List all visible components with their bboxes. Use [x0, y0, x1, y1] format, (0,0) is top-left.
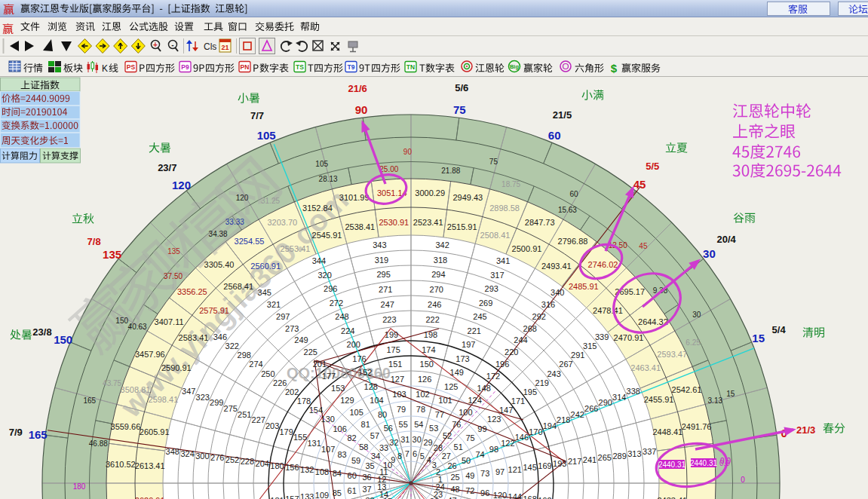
svg-text:145: 145 — [523, 463, 536, 472]
svg-text:198: 198 — [424, 330, 437, 339]
svg-text:172: 172 — [486, 372, 500, 381]
svg-text:6.25: 6.25 — [686, 338, 701, 347]
svg-text:47: 47 — [447, 496, 456, 499]
svg-text:2560.91: 2560.91 — [250, 262, 281, 271]
svg-text:155: 155 — [293, 433, 307, 442]
svg-text:249: 249 — [294, 335, 308, 344]
svg-text:72: 72 — [465, 486, 474, 495]
svg-text:152: 152 — [358, 368, 372, 377]
svg-text:181: 181 — [270, 496, 284, 499]
svg-text:60: 60 — [569, 190, 578, 198]
svg-text:85: 85 — [333, 488, 342, 497]
svg-text:43.75: 43.75 — [103, 379, 121, 387]
svg-text:58: 58 — [359, 442, 368, 452]
svg-text:147: 147 — [499, 406, 513, 415]
svg-text:300: 300 — [195, 452, 209, 461]
svg-text:290: 290 — [599, 398, 612, 407]
svg-text:33.33: 33.33 — [225, 218, 244, 226]
svg-text:21.88: 21.88 — [441, 167, 460, 175]
svg-text:219: 219 — [535, 378, 549, 387]
svg-text:273: 273 — [285, 324, 299, 333]
svg-text:321: 321 — [267, 300, 281, 309]
svg-text:192: 192 — [538, 496, 551, 499]
svg-text:3203.70: 3203.70 — [267, 218, 297, 227]
svg-text:204: 204 — [256, 459, 269, 468]
svg-text:27: 27 — [442, 452, 451, 461]
svg-text:243: 243 — [547, 369, 560, 378]
svg-text:223: 223 — [382, 315, 396, 324]
svg-text:81: 81 — [361, 420, 370, 429]
svg-text:7/7: 7/7 — [250, 110, 264, 121]
svg-text:341: 341 — [496, 256, 510, 265]
svg-text:29: 29 — [423, 438, 432, 447]
svg-text:TS: TS — [296, 63, 304, 71]
svg-text:274: 274 — [249, 360, 262, 369]
svg-text:179: 179 — [279, 427, 293, 436]
svg-text:242: 242 — [571, 410, 584, 419]
svg-text:126: 126 — [418, 375, 431, 384]
svg-text:83: 83 — [337, 450, 346, 459]
svg-text:75: 75 — [453, 103, 466, 116]
svg-text:175: 175 — [386, 345, 400, 354]
svg-text:99: 99 — [477, 424, 486, 433]
svg-text:36: 36 — [362, 473, 371, 482]
svg-text:23/8: 23/8 — [32, 326, 51, 338]
svg-text:3101.99: 3101.99 — [339, 193, 370, 202]
svg-text:3508.81: 3508.81 — [121, 385, 151, 394]
svg-text:51: 51 — [454, 442, 463, 452]
svg-text:275: 275 — [224, 404, 238, 413]
svg-text:84: 84 — [333, 469, 342, 478]
svg-text:225: 225 — [304, 347, 317, 357]
svg-text:55: 55 — [399, 420, 408, 429]
svg-text:314: 314 — [612, 393, 626, 402]
svg-text:3254.55: 3254.55 — [235, 237, 265, 246]
svg-text:168: 168 — [523, 494, 536, 499]
svg-text:340: 340 — [551, 288, 564, 297]
svg-text:PS: PS — [127, 63, 136, 71]
svg-text:100: 100 — [459, 408, 472, 417]
svg-text:200: 200 — [347, 340, 360, 349]
svg-text:2455.91: 2455.91 — [644, 395, 674, 404]
svg-text:103: 103 — [392, 390, 406, 399]
svg-text:241: 241 — [583, 455, 597, 464]
svg-text:2500.91: 2500.91 — [512, 244, 542, 253]
svg-text:347: 347 — [182, 387, 195, 396]
svg-text:3: 3 — [432, 461, 437, 470]
svg-text:78: 78 — [416, 405, 425, 414]
svg-text:3.13: 3.13 — [708, 396, 723, 405]
svg-text:221: 221 — [468, 326, 481, 335]
svg-text:2493.41: 2493.41 — [541, 262, 572, 271]
svg-text:348: 348 — [166, 447, 179, 456]
svg-text:199: 199 — [385, 330, 398, 339]
svg-text:75: 75 — [465, 433, 474, 442]
svg-text:73: 73 — [480, 469, 489, 478]
svg-text:125: 125 — [444, 382, 458, 391]
svg-text:2847.73: 2847.73 — [525, 218, 555, 227]
svg-text:18.75: 18.75 — [501, 180, 520, 188]
svg-text:2583.41: 2583.41 — [179, 333, 209, 342]
svg-text:K: K — [102, 63, 108, 74]
svg-text:104: 104 — [370, 396, 383, 405]
svg-text:248: 248 — [335, 312, 348, 321]
svg-text:276: 276 — [210, 453, 224, 462]
svg-text:2620.91: 2620.91 — [135, 496, 165, 499]
svg-text:2590.91: 2590.91 — [161, 363, 192, 372]
svg-text:177: 177 — [322, 372, 336, 381]
svg-text:23/7: 23/7 — [158, 162, 176, 173]
svg-text:2440.31: 2440.31 — [658, 461, 686, 469]
svg-text:15: 15 — [752, 332, 765, 344]
svg-text:224: 224 — [341, 326, 354, 335]
svg-text:37.50: 37.50 — [164, 272, 182, 280]
svg-text:202: 202 — [285, 387, 299, 396]
svg-text:90: 90 — [355, 103, 368, 116]
svg-text:2568.41: 2568.41 — [223, 282, 253, 291]
svg-text:156: 156 — [285, 463, 299, 472]
svg-text:153: 153 — [331, 384, 345, 393]
svg-text:PN: PN — [241, 63, 250, 71]
svg-text:-: - — [171, 41, 173, 49]
svg-text:2508.41: 2508.41 — [480, 231, 511, 240]
svg-text:298: 298 — [238, 351, 251, 360]
svg-text:222: 222 — [425, 315, 439, 324]
svg-text:289: 289 — [612, 452, 626, 461]
svg-text:2898.58: 2898.58 — [489, 204, 520, 213]
